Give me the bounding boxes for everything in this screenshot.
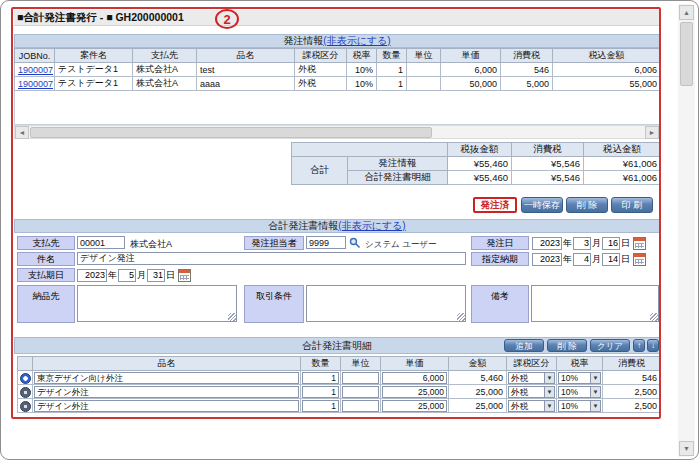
move-down-button[interactable]: ↓ <box>647 339 659 352</box>
terms-textarea[interactable] <box>306 285 466 322</box>
delivery-due-day-input[interactable] <box>602 253 620 266</box>
delivery-due-month-input[interactable] <box>573 253 591 266</box>
tax-class-select[interactable]: 外税▼ <box>508 372 555 384</box>
detail-col-amount: 金額 <box>449 357 507 371</box>
row-select-cell <box>18 371 33 385</box>
scroll-down-icon: ▼ <box>683 445 690 452</box>
day-unit: 日 <box>621 253 630 266</box>
totals-header-row: 税抜金額 消費税 税込金額 <box>292 143 661 157</box>
delivery-due-label: 指定納期 <box>471 252 529 266</box>
unit-price-input[interactable]: 6,000 <box>382 372 447 384</box>
print-button[interactable]: 印 刷 <box>611 197 653 213</box>
row-select-radio[interactable] <box>20 401 31 412</box>
scroll-down-button[interactable]: ▼ <box>679 441 694 456</box>
calendar-icon[interactable] <box>633 237 646 250</box>
totals-value: ¥5,546 <box>512 171 584 185</box>
payment-due-month-input[interactable] <box>118 269 136 282</box>
detail-col-name: 品名 <box>33 357 301 371</box>
payment-due-year-input[interactable] <box>77 269 107 282</box>
item-name-input[interactable]: 東京デザイン向け外注 <box>34 372 299 384</box>
terms-label: 取引条件 <box>244 285 304 323</box>
unit-input[interactable] <box>342 372 379 384</box>
unit-price-input[interactable]: 25,000 <box>382 400 447 412</box>
tax-rate-select[interactable]: 10%▼ <box>558 386 601 398</box>
totals-table: 税抜金額 消費税 税込金額 合計 発注情報 ¥55,460 ¥5,546 ¥61… <box>291 142 661 185</box>
qty-input[interactable]: 1 <box>302 386 339 398</box>
delete-button[interactable]: 削 除 <box>566 197 608 213</box>
totals-value: ¥55,460 <box>448 157 512 171</box>
save-draft-button[interactable]: 一時保存 <box>521 197 563 213</box>
tax-class-cell: 外税▼ <box>507 371 557 385</box>
order-date-year-input[interactable] <box>532 237 562 250</box>
unit-cell <box>341 371 381 385</box>
orderer-code-input[interactable] <box>306 236 346 249</box>
row-select-radio[interactable] <box>20 387 31 398</box>
jobno-cell: 1900007 <box>15 77 55 91</box>
delivery-to-textarea[interactable] <box>77 285 237 322</box>
notes-textarea[interactable] <box>531 285 659 322</box>
scroll-up-button[interactable]: ▲ <box>679 5 694 20</box>
delivery-due-year-input[interactable] <box>532 253 562 266</box>
row-select-radio[interactable] <box>20 373 31 384</box>
jobno-link[interactable]: 1900007 <box>18 79 53 89</box>
horizontal-scrollbar-thumb[interactable] <box>30 127 432 138</box>
scroll-right-button[interactable]: ► <box>645 126 659 139</box>
order-date-group: 年 月 日 <box>532 236 646 250</box>
scroll-left-button[interactable]: ◄ <box>15 126 29 139</box>
detail-row: デザイン外注 1 25,000 25,000 外税▼ 10%▼ 2,500 <box>18 385 661 399</box>
totals-row-label: 発注情報 <box>348 157 448 171</box>
detail-add-button[interactable]: 追加 <box>504 339 544 352</box>
print-label: 印 刷 <box>622 200 643 210</box>
detail-table: 品名 数量 単位 単価 金額 課税区分 税率 消費税 東京デザイン向け外注 1 … <box>17 356 661 413</box>
qty-input[interactable]: 1 <box>302 400 339 412</box>
day-unit: 日 <box>166 269 175 282</box>
payee-code-input[interactable] <box>77 236 125 249</box>
detail-clear-button[interactable]: クリア <box>590 339 630 352</box>
tax-rate-select[interactable]: 10%▼ <box>558 400 601 412</box>
unit-input[interactable] <box>342 386 379 398</box>
dropdown-arrow-icon: ▼ <box>544 401 554 411</box>
subject-input[interactable] <box>77 252 466 265</box>
detail-row: デザイン外注 1 25,000 25,000 外税▼ 10%▼ 2,500 <box>18 399 661 413</box>
orderer-label: 発注担当者 <box>244 236 304 250</box>
order-form-hide-link[interactable]: (非表示にする) <box>338 220 405 231</box>
scroll-up-icon: ▲ <box>683 9 690 16</box>
tax-class-select[interactable]: 外税▼ <box>508 400 555 412</box>
tax-class-select[interactable]: 外税▼ <box>508 386 555 398</box>
item-name-input[interactable]: デザイン外注 <box>34 400 299 412</box>
tax-rate-select[interactable]: 10%▼ <box>558 372 601 384</box>
detail-delete-button[interactable]: 削 除 <box>547 339 587 352</box>
tax-cell: 5,000 <box>501 77 553 91</box>
notes-label: 備考 <box>471 285 529 323</box>
unit-price-input[interactable]: 25,000 <box>382 386 447 398</box>
order-info-hide-link[interactable]: (非表示にする) <box>323 35 390 46</box>
tax-cell: 2,500 <box>603 399 661 413</box>
order-info-row: 1900007 テストデータ1 株式会社A test 外税 10% 1 6,00… <box>15 63 661 77</box>
vertical-scrollbar-thumb[interactable] <box>680 22 693 86</box>
total-cell: 6,006 <box>553 63 661 77</box>
payment-due-day-input[interactable] <box>147 269 165 282</box>
item-name-input[interactable]: デザイン外注 <box>34 386 299 398</box>
delivery-due-group: 年 月 日 <box>532 252 646 266</box>
unit-cell <box>341 385 381 399</box>
qty-input[interactable]: 1 <box>302 372 339 384</box>
move-up-button[interactable]: ↑ <box>633 339 645 352</box>
order-info-row: 1900007 テストデータ1 株式会社A aaaa 外税 10% 1 50,0… <box>15 77 661 91</box>
col-project: 案件名 <box>55 49 133 63</box>
orderer-search-icon[interactable] <box>349 237 361 249</box>
calendar-icon[interactable] <box>633 253 646 266</box>
jobno-cell: 1900007 <box>15 63 55 77</box>
payment-due-group: 年 月 日 <box>77 268 191 282</box>
year-unit: 年 <box>563 253 572 266</box>
unit-input[interactable] <box>342 400 379 412</box>
tax-rate-cell: 10% <box>347 63 377 77</box>
calendar-icon[interactable] <box>178 269 191 282</box>
tax-rate-value: 10% <box>561 373 578 383</box>
month-unit: 月 <box>592 253 601 266</box>
order-date-day-input[interactable] <box>602 237 620 250</box>
qty-cell: 1 <box>377 63 407 77</box>
order-date-month-input[interactable] <box>573 237 591 250</box>
horizontal-scrollbar[interactable]: ◄ ► <box>14 125 660 139</box>
vertical-scrollbar[interactable]: ▲ ▼ <box>678 4 695 457</box>
jobno-link[interactable]: 1900007 <box>18 65 53 75</box>
